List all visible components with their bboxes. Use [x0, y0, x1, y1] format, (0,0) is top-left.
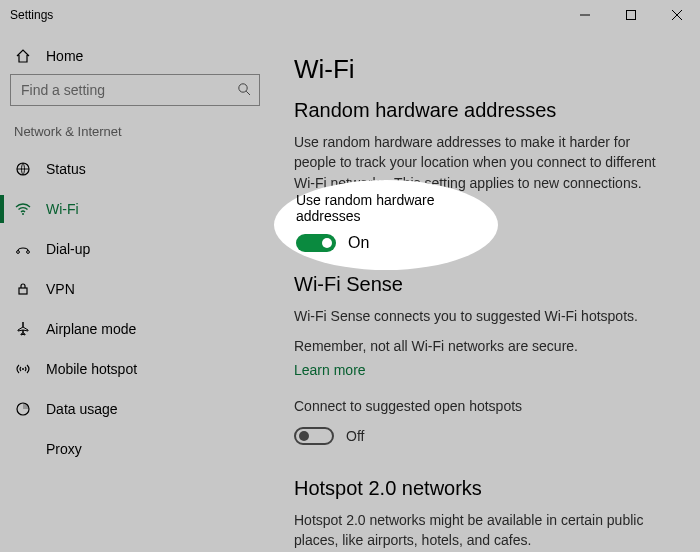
- page-title: Wi-Fi: [294, 54, 670, 85]
- sidebar-item-wifi[interactable]: Wi-Fi: [0, 189, 270, 229]
- wifi-sense-body2: Remember, not all Wi-Fi networks are sec…: [294, 336, 670, 356]
- dialup-icon: [14, 241, 32, 257]
- sidebar-item-label: Dial-up: [46, 241, 90, 257]
- sidebar-item-label: Data usage: [46, 401, 118, 417]
- svg-point-8: [17, 251, 20, 254]
- sidebar-item-label: Wi-Fi: [46, 201, 79, 217]
- minimize-button[interactable]: [562, 0, 608, 30]
- search-input-container[interactable]: [10, 74, 260, 106]
- svg-point-11: [22, 368, 24, 370]
- hotspot2-body: Hotspot 2.0 networks might be available …: [294, 510, 670, 551]
- sidebar: Home Network & Internet Status Wi-Fi: [0, 30, 270, 552]
- vpn-icon: [14, 281, 32, 297]
- section-heading-wifi-sense: Wi-Fi Sense: [294, 273, 670, 296]
- sidebar-item-label: Airplane mode: [46, 321, 136, 337]
- section-heading-random-hw: Random hardware addresses: [294, 99, 670, 122]
- window-title: Settings: [10, 8, 53, 22]
- svg-point-4: [239, 83, 247, 91]
- wifi-sense-body1: Wi-Fi Sense connects you to suggested Wi…: [294, 306, 670, 326]
- search-icon: [237, 82, 251, 99]
- svg-point-7: [22, 213, 24, 215]
- connect-hotspots-toggle[interactable]: [294, 427, 334, 445]
- sidebar-item-status[interactable]: Status: [0, 149, 270, 189]
- sidebar-item-vpn[interactable]: VPN: [0, 269, 270, 309]
- connect-hotspots-state: Off: [346, 428, 364, 444]
- random-hw-toggle[interactable]: [296, 234, 336, 252]
- sidebar-item-label: Mobile hotspot: [46, 361, 137, 377]
- sidebar-item-label: Status: [46, 161, 86, 177]
- category-heading: Network & Internet: [0, 120, 270, 149]
- svg-rect-1: [627, 11, 636, 20]
- airplane-icon: [14, 321, 32, 337]
- titlebar: Settings: [0, 0, 700, 30]
- status-icon: [14, 161, 32, 177]
- home-icon: [14, 48, 32, 64]
- hotspot-icon: [14, 361, 32, 377]
- datausage-icon: [14, 401, 32, 417]
- main-panel: Wi-Fi Random hardware addresses Use rand…: [270, 30, 700, 552]
- sidebar-item-dialup[interactable]: Dial-up: [0, 229, 270, 269]
- connect-hotspots-label: Connect to suggested open hotspots: [294, 396, 670, 416]
- svg-line-5: [246, 91, 250, 95]
- sidebar-item-label: VPN: [46, 281, 75, 297]
- random-hw-toggle-label: Use random hardware addresses: [296, 192, 476, 224]
- random-hw-toggle-state: On: [348, 234, 369, 252]
- wifi-icon: [14, 201, 32, 217]
- learn-more-link[interactable]: Learn more: [294, 362, 670, 378]
- nav-list: Status Wi-Fi Dial-up VPN: [0, 149, 270, 552]
- sidebar-item-label: Proxy: [46, 441, 82, 457]
- home-label: Home: [46, 48, 83, 64]
- svg-rect-10: [19, 288, 27, 294]
- maximize-button[interactable]: [608, 0, 654, 30]
- search-input[interactable]: [19, 81, 237, 99]
- close-button[interactable]: [654, 0, 700, 30]
- sidebar-item-datausage[interactable]: Data usage: [0, 389, 270, 429]
- section-heading-hotspot2: Hotspot 2.0 networks: [294, 477, 670, 500]
- sidebar-item-proxy[interactable]: Proxy: [0, 429, 270, 469]
- home-nav[interactable]: Home: [0, 40, 270, 74]
- sidebar-item-airplane[interactable]: Airplane mode: [0, 309, 270, 349]
- sidebar-item-hotspot[interactable]: Mobile hotspot: [0, 349, 270, 389]
- highlight-ellipse: Use random hardware addresses On: [274, 180, 498, 270]
- svg-point-9: [27, 251, 30, 254]
